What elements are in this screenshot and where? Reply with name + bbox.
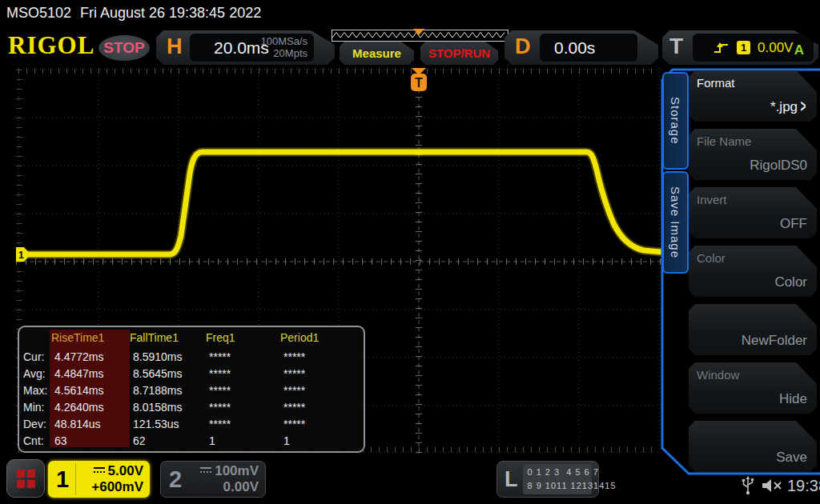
trigger-level-value: 0.00V <box>758 40 793 56</box>
row-label: Dev: <box>19 415 51 432</box>
button-value: OFF <box>780 216 807 232</box>
cell: 63 <box>51 432 130 449</box>
cell: 8.0158ms <box>130 398 206 415</box>
svg-text:1: 1 <box>18 250 24 261</box>
cell: ***** <box>206 398 280 415</box>
logic-analyzer-badge[interactable]: L 0 1 2 3 4 5 6 78 9 1011 12131415 <box>496 461 599 498</box>
logic-label: L <box>497 467 523 492</box>
waveform-ch1 <box>16 152 661 254</box>
memory-depth: 20Mpts <box>260 47 308 59</box>
row-label: Cnt: <box>19 432 51 449</box>
ch1-badge[interactable]: 1 5.00V +600mV <box>48 461 150 498</box>
dc-coupling-icon <box>200 467 211 476</box>
svg-text:T: T <box>415 76 423 90</box>
usb-icon <box>742 476 754 495</box>
horizontal-label: H <box>167 34 183 59</box>
cell: 8.5645ms <box>130 365 206 382</box>
ch2-number: 2 <box>161 466 188 493</box>
sidebar-tab-storage[interactable]: Storage <box>662 72 689 170</box>
trigger-sweep-mode: A <box>794 42 804 58</box>
trigger-status-button[interactable]: T 1 0.00V A <box>662 30 818 65</box>
run-state-label: STOP <box>103 39 144 57</box>
tab-label: Save Image <box>669 186 682 258</box>
sidebar-button-file-name[interactable]: File Name RigolDS0 <box>689 129 817 180</box>
cell: 48.814us <box>51 415 130 432</box>
button-value: Save <box>776 450 807 466</box>
ch1-values: 5.00V +600mV <box>75 463 150 495</box>
measure-label: Measure <box>352 46 401 60</box>
cell: 1 <box>206 432 280 449</box>
ch1-number: 1 <box>48 466 75 493</box>
cell: 8.7188ms <box>130 382 206 398</box>
sidebar-button-window[interactable]: Window Hide <box>689 362 817 414</box>
button-value: NewFolder <box>742 333 807 349</box>
cell: ***** <box>206 382 280 398</box>
sidebar-button-save[interactable]: Save <box>689 421 817 472</box>
delay-button[interactable]: D 0.00s <box>504 30 658 65</box>
trigger-label: T <box>669 34 683 59</box>
oscilloscope-screen: MSO5102 Fri August 26 19:38:45 2022 RIGO… <box>0 0 820 504</box>
cell: ***** <box>280 348 357 365</box>
stop-run-label: STOP/RUN <box>428 46 490 60</box>
cell: 8.5910ms <box>130 348 206 365</box>
col-header: Period1 <box>280 327 357 348</box>
trigger-source-badge: 1 <box>737 41 750 54</box>
col-header: RiseTime1 <box>51 327 130 348</box>
cell: 1 <box>280 432 357 449</box>
button-value: *.jpg> <box>770 99 807 115</box>
cell: 4.5614ms <box>51 382 130 398</box>
speaker-muted-icon[interactable] <box>761 478 783 494</box>
chevron-right-icon: > <box>801 98 806 118</box>
ch1-level-marker-icon[interactable]: 1 <box>16 247 30 262</box>
clock-text: 19:38 <box>787 477 820 495</box>
cell: ***** <box>206 348 280 365</box>
measure-button[interactable]: Measure <box>340 42 414 65</box>
col-header: FallTime1 <box>130 327 206 348</box>
col-header: Freq1 <box>206 327 280 348</box>
row-label: Avg: <box>19 365 51 382</box>
logic-channels-tile: 0 1 2 3 4 5 6 78 9 1011 12131415 <box>523 464 592 494</box>
row-label: Max: <box>19 382 51 398</box>
delay-value: 0.00s <box>554 38 595 58</box>
cell: 121.53us <box>130 415 206 432</box>
button-label: Color <box>697 251 726 265</box>
trigger-slope-rising-icon <box>713 42 730 54</box>
ch2-badge[interactable]: 2 100mV 0.00V <box>160 461 266 498</box>
ch2-values: 100mV 0.00V <box>188 463 265 495</box>
trigger-position-marker-icon[interactable]: T <box>411 68 427 91</box>
dc-coupling-icon <box>94 467 105 476</box>
status-bar: MSO5102 Fri August 26 19:38:45 2022 <box>0 0 820 26</box>
sidebar-button-format[interactable]: Format *.jpg> <box>689 70 817 122</box>
quick-access-button[interactable] <box>6 459 45 498</box>
cell: ***** <box>280 415 357 432</box>
button-label: Format <box>697 76 735 90</box>
horizontal-scale-button[interactable]: H 20.0ms 100MSa/s 20Mpts <box>156 30 335 65</box>
delay-label: D <box>515 34 531 59</box>
cell: ***** <box>206 365 280 382</box>
trigger-inset: 1 0.00V A <box>693 34 814 62</box>
stop-run-button[interactable]: STOP/RUN <box>420 42 498 65</box>
button-label: Window <box>697 368 739 382</box>
cell: 62 <box>130 432 206 449</box>
sample-rate: 100MSa/s <box>260 35 308 47</box>
sidebar-button-invert[interactable]: Invert OFF <box>689 187 817 238</box>
cell: ***** <box>280 382 357 398</box>
measurement-grid: RiseTime1 FallTime1 Freq1 Period1 Cur: 4… <box>19 327 357 449</box>
horizontal-inset: 20.0ms 100MSa/s 20Mpts <box>190 34 314 62</box>
cell: 4.4847ms <box>51 365 130 382</box>
cell: 4.2640ms <box>51 398 130 415</box>
sidebar-button-color[interactable]: Color Color <box>689 246 817 297</box>
sidebar-tab-save-image[interactable]: Save Image <box>662 171 689 274</box>
row-label: Cur: <box>19 348 51 365</box>
button-label: Invert <box>697 193 727 206</box>
row-label: Min: <box>19 398 51 415</box>
button-label: File Name <box>697 134 751 148</box>
datetime-text: Fri August 26 19:38:45 2022 <box>80 5 261 22</box>
cell: ***** <box>280 398 357 415</box>
preview-trigger-marker-icon[interactable] <box>413 29 424 35</box>
button-value: RigolDS0 <box>750 158 807 174</box>
measurement-table[interactable]: RiseTime1 FallTime1 Freq1 Period1 Cur: 4… <box>18 326 365 453</box>
sidebar-button-new-folder[interactable]: NewFolder <box>689 304 817 355</box>
cell: ***** <box>206 415 280 432</box>
delay-inset: 0.00s <box>540 34 637 62</box>
